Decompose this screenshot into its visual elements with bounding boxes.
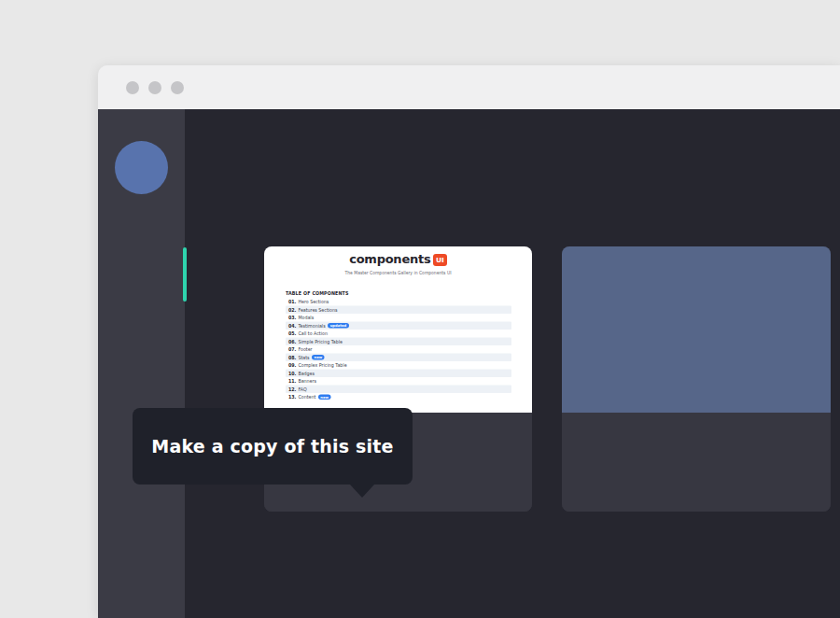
sidebar	[98, 109, 185, 618]
toc-label: Banners	[298, 379, 316, 385]
window-control-dot-3[interactable]	[171, 81, 184, 94]
app-window: componentsUI The Master Components Galle…	[98, 65, 840, 618]
toc-num: 08.	[288, 355, 296, 360]
toc-heading: TABLE OF COMPONENTS	[286, 291, 511, 297]
toc-label: Stats	[298, 355, 309, 360]
toc-row: 08. Stats new	[286, 354, 511, 362]
toc-num: 01.	[288, 300, 296, 305]
toc-row: 13. Content new	[286, 393, 511, 401]
toc-row: 11. Banners	[286, 377, 511, 386]
logo-text: components	[349, 252, 430, 266]
toc-row: 01. Hero Sections	[286, 298, 511, 306]
thumbnail-page: componentsUI The Master Components Galle…	[264, 246, 532, 413]
toc-num: 10.	[288, 371, 296, 376]
site-thumbnail-components-ui: componentsUI The Master Components Galle…	[264, 246, 532, 413]
toc-num: 12.	[288, 386, 296, 392]
toc-label: Footer	[298, 347, 312, 353]
sidebar-active-indicator	[183, 247, 187, 302]
toc-row: 03. Modals	[286, 314, 511, 322]
toc-num: 09.	[288, 363, 296, 369]
toc-num: 02.	[288, 307, 296, 313]
window-control-dot-2[interactable]	[148, 81, 161, 94]
toc-row: 04. Testimonials updated	[286, 322, 511, 330]
avatar[interactable]	[115, 141, 168, 194]
desktop-background: componentsUI The Master Components Galle…	[0, 0, 840, 618]
toc-label: Modals	[298, 316, 314, 321]
main-content: componentsUI The Master Components Galle…	[185, 109, 840, 618]
toc-row: 02. Features Sections	[286, 306, 511, 315]
toc-num: 07.	[288, 347, 296, 353]
toc-label: Content	[298, 395, 315, 400]
table-of-components: TABLE OF COMPONENTS 01. Hero Sections 02…	[286, 291, 511, 401]
toc-num: 04.	[288, 323, 296, 329]
toc-row: 07. Footer	[286, 345, 511, 354]
toc-num: 05.	[288, 331, 296, 337]
toc-num: 11.	[288, 379, 296, 385]
toc-label: Features Sections	[298, 307, 337, 313]
window-control-dot-1[interactable]	[126, 81, 139, 94]
toc-num: 13.	[288, 395, 296, 400]
toc-label: Testimonials	[298, 323, 325, 329]
toc-num: 03.	[288, 316, 296, 321]
toc-label: Hero Sections	[298, 300, 329, 305]
tooltip-text: Make a copy of this site	[151, 436, 393, 456]
site-thumbnail-blank	[562, 246, 831, 413]
site-card-footer	[562, 413, 831, 512]
window-body: componentsUI The Master Components Galle…	[98, 109, 840, 618]
toc-row: 05. Call to Action	[286, 330, 511, 338]
components-ui-logo: componentsUI	[264, 252, 532, 266]
thumbnail-tagline: The Master Components Gallery in Compone…	[264, 271, 532, 275]
toc-label: Badges	[298, 371, 315, 376]
toc-num: 06.	[288, 339, 296, 344]
toc-label: Call to Action	[298, 331, 328, 337]
make-copy-tooltip: Make a copy of this site	[133, 408, 413, 485]
site-card-blank[interactable]	[562, 246, 831, 512]
new-badge: new	[318, 395, 331, 400]
toc-row: 10. Badges	[286, 370, 511, 378]
window-titlebar	[98, 65, 840, 109]
toc-row: 09. Complex Pricing Table	[286, 361, 511, 370]
toc-label: Simple Pricing Table	[298, 339, 343, 344]
toc-row: 12. FAQ	[286, 386, 511, 394]
toc-label: Complex Pricing Table	[298, 363, 346, 369]
new-badge: new	[312, 355, 325, 360]
logo-ui-badge: UI	[433, 254, 447, 266]
updated-badge: updated	[328, 323, 349, 329]
toc-row: 06. Simple Pricing Table	[286, 338, 511, 346]
tooltip-caret-icon	[350, 485, 374, 498]
toc-label: FAQ	[298, 386, 306, 392]
